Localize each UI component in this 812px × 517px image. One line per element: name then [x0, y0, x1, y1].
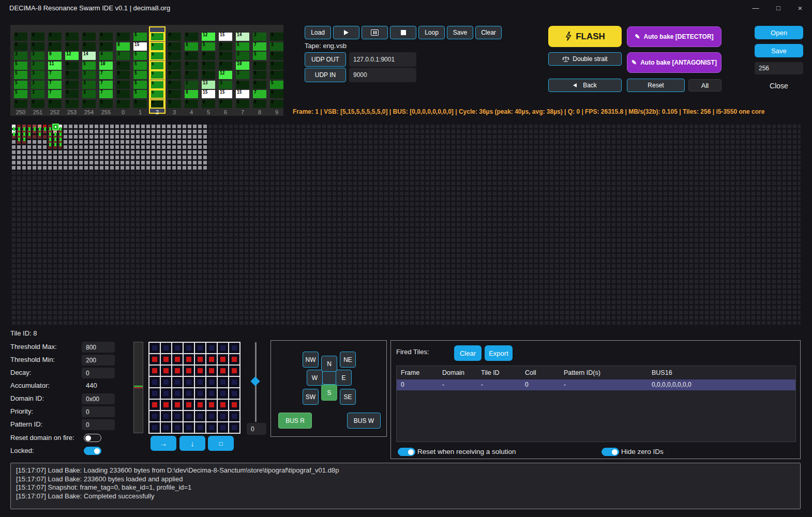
- vsb-cell[interactable]: 0: [185, 62, 198, 70]
- pattern-cell[interactable]: [161, 366, 171, 376]
- pattern-cell[interactable]: [161, 377, 171, 387]
- pattern-cell[interactable]: [218, 366, 228, 376]
- reset-on-solution-toggle[interactable]: [398, 448, 415, 456]
- vsb-cell[interactable]: 11: [48, 62, 62, 70]
- vsb-cell[interactable]: 0: [48, 42, 62, 51]
- vsb-cell[interactable]: 0: [65, 100, 79, 108]
- clear-square-button[interactable]: □: [208, 436, 234, 451]
- shift-right-button[interactable]: →: [151, 436, 176, 451]
- pattern-cell[interactable]: [195, 366, 205, 376]
- vsb-cell[interactable]: 0: [219, 100, 232, 108]
- fired-clear-button[interactable]: Clear: [454, 345, 482, 361]
- compass-n-button[interactable]: N: [321, 356, 337, 372]
- pattern-cell[interactable]: [229, 354, 239, 364]
- double-strait-button[interactable]: Double strait: [548, 52, 622, 66]
- pattern-cell[interactable]: [206, 377, 217, 387]
- vsb-column[interactable]: 001200000253: [64, 26, 80, 114]
- pattern-cell[interactable]: [161, 388, 171, 399]
- pattern-cell[interactable]: [149, 343, 160, 353]
- compass-e-button[interactable]: E: [336, 370, 352, 386]
- pattern-cell[interactable]: [229, 377, 239, 387]
- pattern-cell[interactable]: [206, 411, 217, 421]
- vsb-cell[interactable]: 0: [116, 90, 130, 98]
- vsb-cell[interactable]: 0: [202, 62, 215, 70]
- table-row[interactable]: 0--0-0,0,0,0,0,0,0,0: [397, 379, 795, 390]
- vsb-cell[interactable]: 0: [270, 90, 283, 98]
- vsb-cell[interactable]: 5: [151, 52, 164, 60]
- vsb-cell[interactable]: 0: [168, 81, 181, 89]
- vsb-cell[interactable]: 7: [48, 90, 62, 98]
- vsb-cell[interactable]: 0: [168, 52, 181, 60]
- vsb-column[interactable]: 150001231506: [217, 26, 234, 114]
- pattern-cell[interactable]: [195, 400, 205, 410]
- vsb-cell[interactable]: 5: [133, 81, 147, 89]
- pattern-cell[interactable]: [149, 422, 160, 433]
- vsb-cell[interactable]: 7: [253, 90, 266, 98]
- pattern-cell[interactable]: [218, 422, 228, 433]
- value-slider-knob[interactable]: [250, 376, 260, 386]
- pattern-grid[interactable]: [148, 342, 240, 434]
- vsb-cell[interactable]: 0: [270, 52, 283, 60]
- vsb-cell[interactable]: 0: [14, 100, 27, 108]
- reset-domain-toggle[interactable]: [84, 434, 101, 442]
- close-button[interactable]: Close: [755, 82, 803, 90]
- vsb-cell[interactable]: 15: [236, 90, 249, 98]
- decay-input[interactable]: [82, 368, 115, 378]
- vsb-cell[interactable]: 3: [270, 42, 283, 51]
- vsb-cell[interactable]: 2: [185, 81, 198, 89]
- vsb-cell[interactable]: 7: [48, 71, 62, 79]
- vsb-cell[interactable]: 3: [31, 62, 44, 70]
- vsb-cell[interactable]: 3: [31, 71, 44, 79]
- reset-button[interactable]: Reset: [627, 79, 685, 92]
- pattern-cell[interactable]: [149, 354, 160, 364]
- vsb-cell[interactable]: 0: [219, 42, 232, 51]
- vsb-cell[interactable]: 5: [151, 90, 164, 98]
- fired-export-button[interactable]: Export: [485, 345, 513, 361]
- save-tape-button[interactable]: Save: [447, 26, 473, 39]
- stop-button[interactable]: [390, 26, 416, 39]
- vsb-cell[interactable]: 0: [270, 33, 283, 41]
- vsb-cell[interactable]: 0: [253, 81, 266, 89]
- vsb-cell[interactable]: 4: [99, 52, 113, 60]
- pattern-cell[interactable]: [161, 411, 171, 421]
- pattern-cell[interactable]: [149, 400, 160, 410]
- tile-map[interactable]: [10, 123, 801, 326]
- vsb-cell[interactable]: 5: [133, 90, 147, 98]
- pattern-cell[interactable]: [218, 411, 228, 421]
- compass-ne-button[interactable]: NE: [340, 352, 356, 368]
- vsb-cell[interactable]: 3: [82, 90, 96, 98]
- vsb-cell[interactable]: 10: [99, 62, 113, 70]
- pattern-cell[interactable]: [218, 343, 228, 353]
- pattern-cell[interactable]: [195, 354, 205, 364]
- pattern-cell[interactable]: [184, 400, 194, 410]
- pattern-cell[interactable]: [195, 422, 205, 433]
- vsb-column[interactable]: 555555502: [149, 26, 166, 114]
- vsb-cell[interactable]: 15: [202, 90, 215, 98]
- vsb-cell[interactable]: 0: [168, 71, 181, 79]
- udp-in-button[interactable]: UDP IN: [305, 68, 346, 82]
- vsb-cell[interactable]: 5: [185, 42, 198, 51]
- vsb-cell[interactable]: 5: [151, 81, 164, 89]
- shift-down-button[interactable]: ↓: [179, 436, 205, 451]
- vsb-column[interactable]: 001453330254: [81, 26, 97, 114]
- vsb-cell[interactable]: 0: [185, 100, 198, 108]
- auto-bake-detector-button[interactable]: ✎Auto bake [DETECTOR]: [627, 26, 721, 47]
- pattern-cell[interactable]: [172, 377, 183, 387]
- vsb-column[interactable]: 00355550250: [12, 26, 29, 114]
- vsb-cell[interactable]: 7: [99, 81, 113, 89]
- vsb-cell[interactable]: 0: [253, 62, 266, 70]
- pattern-cell[interactable]: [206, 400, 217, 410]
- bus-write-button[interactable]: BUS W: [347, 413, 381, 429]
- vsb-cell[interactable]: 5: [14, 81, 27, 89]
- vsb-cell[interactable]: 5: [270, 81, 283, 89]
- tile[interactable]: [33, 135, 36, 139]
- pattern-cell[interactable]: [172, 400, 183, 410]
- vsb-cell[interactable]: 0: [168, 90, 181, 98]
- vsb-cell[interactable]: 5: [133, 62, 147, 70]
- pause-button[interactable]: [362, 26, 388, 39]
- vsb-cell[interactable]: 0: [202, 100, 215, 108]
- vsb-cell[interactable]: 0: [99, 42, 113, 51]
- vsb-cell[interactable]: 15: [219, 33, 232, 41]
- vsb-cell[interactable]: 0: [270, 71, 283, 79]
- vsb-cell[interactable]: 5: [14, 62, 27, 70]
